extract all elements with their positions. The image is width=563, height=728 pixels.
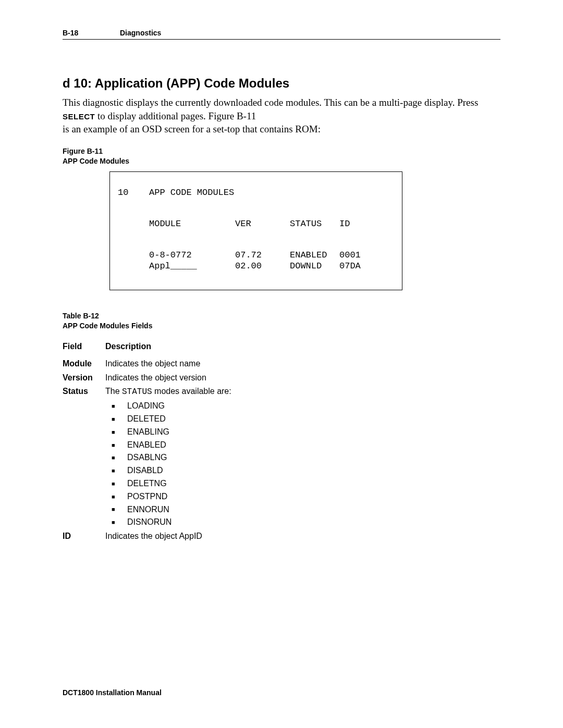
bullet-icon: ■ xyxy=(105,479,127,488)
osd-heading: APP CODE MODULES xyxy=(149,188,234,198)
field-desc-id: Indicates the object AppID xyxy=(105,530,500,543)
list-item: ■POSTPND xyxy=(105,490,500,503)
osd-col-id: ID xyxy=(339,219,371,229)
field-label-version: Version xyxy=(63,372,105,385)
osd-cell-id: 07DA xyxy=(339,261,371,272)
osd-data-row: 0-8-0772 07.72 ENABLED 0001 xyxy=(118,250,394,261)
status-mode: DELETNG xyxy=(127,477,167,490)
list-item: ■DELETED xyxy=(105,413,500,426)
status-desc-suffix: modes available are: xyxy=(152,387,231,396)
osd-screen: 10 APP CODE MODULES MODULE VER STATUS ID… xyxy=(109,171,402,291)
status-mode: LOADING xyxy=(127,400,165,413)
status-mode: DSABLNG xyxy=(127,451,167,464)
status-mode: POSTPND xyxy=(127,490,167,503)
table-header-desc: Description xyxy=(105,340,500,353)
osd-cell-id: 0001 xyxy=(339,250,371,261)
bullet-icon: ■ xyxy=(105,428,127,437)
figure-number: Figure B-11 xyxy=(63,147,103,155)
page-header: B-18 Diagnostics xyxy=(63,29,500,40)
osd-col-ver: VER xyxy=(235,219,290,229)
header-section: Diagnostics xyxy=(120,29,161,37)
status-modes-list: ■LOADING ■DELETED ■ENABLING ■ENABLED ■DS… xyxy=(105,400,500,529)
status-mode: DELETED xyxy=(127,413,166,426)
intro-text-a: This diagnostic displays the currently d… xyxy=(63,97,478,108)
list-item: ■LOADING xyxy=(105,400,500,413)
list-item: ■DELETNG xyxy=(105,477,500,490)
list-item: ■ENABLING xyxy=(105,426,500,439)
bullet-icon: ■ xyxy=(105,518,127,527)
osd-data-row: Appl_____ 02.00 DOWNLD 07DA xyxy=(118,261,394,272)
field-label-status: Status xyxy=(63,385,105,398)
page-number: B-18 xyxy=(63,29,120,37)
status-desc-code: STATUS xyxy=(122,387,152,397)
bullet-icon: ■ xyxy=(105,505,127,514)
bullet-icon: ■ xyxy=(105,441,127,450)
osd-cell-module: 0-8-0772 xyxy=(149,250,235,261)
field-desc-status: The STATUS modes available are: ■LOADING… xyxy=(105,385,500,529)
status-mode: ENABLING xyxy=(127,426,169,439)
bullet-icon: ■ xyxy=(105,415,127,424)
document-page: B-18 Diagnostics d 10: Application (APP)… xyxy=(0,0,563,728)
status-mode: DISABLD xyxy=(127,464,163,477)
osd-cell-status: ENABLED xyxy=(290,250,339,261)
list-item: ■ENNORUN xyxy=(105,503,500,516)
osd-cell-module: Appl_____ xyxy=(149,261,235,272)
osd-screen-number: 10 xyxy=(118,188,149,198)
section-title: d 10: Application (APP) Code Modules xyxy=(63,76,500,91)
osd-col-status: STATUS xyxy=(290,219,339,229)
field-label-id: ID xyxy=(63,530,105,543)
osd-cell-status: DOWNLD xyxy=(290,261,339,272)
osd-col-module: MODULE xyxy=(149,219,235,229)
osd-cell-ver: 07.72 xyxy=(235,250,290,261)
footer-text: DCT1800 Installation Manual xyxy=(63,688,162,697)
table-number: Table B-12 xyxy=(63,312,99,320)
list-item: ■DSABLNG xyxy=(105,451,500,464)
bullet-icon: ■ xyxy=(105,402,127,411)
list-item: ■ENABLED xyxy=(105,439,500,452)
field-label-module: Module xyxy=(63,357,105,371)
table-title: APP Code Modules Fields xyxy=(63,322,152,330)
bullet-icon: ■ xyxy=(105,492,127,501)
bullet-icon: ■ xyxy=(105,453,127,462)
field-desc-module: Indicates the object name xyxy=(105,357,500,371)
table-caption: Table B-12 APP Code Modules Fields xyxy=(63,311,500,331)
figure-caption: Figure B-11 APP Code Modules xyxy=(63,146,500,166)
intro-text-b: to display additional pages. Figure B-11 xyxy=(95,110,256,121)
figure-title: APP Code Modules xyxy=(63,157,129,165)
intro-text-c: is an example of an OSD screen for a set… xyxy=(63,124,321,134)
status-mode: ENNORUN xyxy=(127,503,169,516)
status-mode: ENABLED xyxy=(127,439,166,452)
table-header-field: Field xyxy=(63,340,105,353)
fields-table: Field Description Module Indicates the o… xyxy=(63,340,500,543)
osd-cell-ver: 02.00 xyxy=(235,261,290,272)
select-keyword: SELECT xyxy=(63,112,95,121)
field-desc-version: Indicates the object version xyxy=(105,372,500,385)
bullet-icon: ■ xyxy=(105,466,127,475)
status-mode: DISNORUN xyxy=(127,516,172,529)
status-desc-prefix: The xyxy=(105,387,122,396)
list-item: ■DISNORUN xyxy=(105,516,500,529)
list-item: ■DISABLD xyxy=(105,464,500,477)
osd-column-headers: MODULE VER STATUS ID xyxy=(118,219,394,229)
intro-paragraph: This diagnostic displays the currently d… xyxy=(63,96,500,136)
